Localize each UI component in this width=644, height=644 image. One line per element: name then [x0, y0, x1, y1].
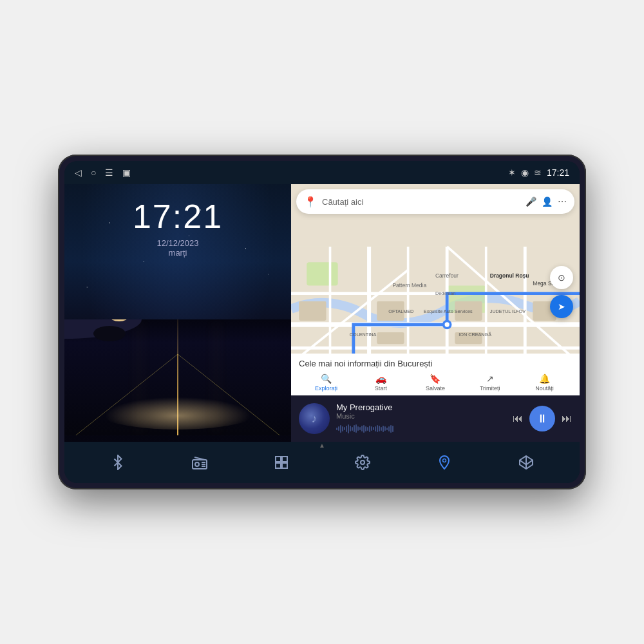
pause-icon: ⏸ — [536, 412, 548, 426]
left-panel: 17:21 12/12/2023 marți — [64, 184, 291, 442]
waveform-bar — [365, 426, 366, 431]
music-subtitle: Music — [336, 412, 506, 420]
car-tunnel — [64, 319, 291, 435]
wifi-status-icon: ≋ — [534, 167, 542, 178]
svg-point-55 — [442, 459, 446, 462]
waveform-bar — [383, 426, 384, 432]
saved-label: Salvate — [426, 385, 445, 392]
nav-settings[interactable] — [355, 455, 370, 470]
waveform-bar — [388, 426, 390, 431]
svg-text:Dragonul Roșu: Dragonul Roșu — [490, 272, 529, 279]
status-right: ✶ ◉ ≋ 17:21 — [508, 167, 569, 178]
status-bar: ◁ ○ ☰ ▣ ✶ ◉ ≋ 17:21 — [64, 161, 580, 184]
music-player: ♪ My Prerogative Music ⏮ ⏸ ⏭ — [291, 395, 580, 442]
menu-icon[interactable]: ☰ — [105, 167, 113, 178]
music-note-icon: ♪ — [312, 412, 317, 426]
svg-text:Carrefour: Carrefour — [435, 272, 459, 279]
cube-icon — [518, 455, 534, 470]
waveform-bar — [340, 425, 341, 433]
nav-maps[interactable] — [437, 455, 452, 470]
map-tab-news[interactable]: 🔔 Noutăți — [517, 372, 572, 393]
waveform-bar — [344, 427, 345, 430]
status-time: 17:21 — [547, 167, 569, 178]
svg-rect-51 — [282, 457, 287, 462]
waveform-bar — [348, 424, 349, 433]
map-tab-explore[interactable]: 🔍 Explorați — [299, 372, 354, 393]
svg-text:ION CREANGĂ: ION CREANGĂ — [459, 332, 491, 337]
svg-point-4 — [87, 383, 269, 430]
nav-3d-box[interactable] — [518, 455, 534, 470]
right-panel: 📍 Căutați aici 🎤 👤 ⋯ — [291, 184, 580, 442]
svg-point-43 — [445, 322, 450, 327]
music-controls: ⏮ ⏸ ⏭ — [513, 406, 572, 431]
waveform-bar — [346, 426, 347, 432]
car-area — [64, 258, 291, 442]
waveform-bar — [350, 426, 351, 431]
svg-text:Exquisite Auto Services: Exquisite Auto Services — [424, 308, 473, 314]
nav-grid[interactable] — [274, 455, 289, 470]
svg-rect-24 — [299, 301, 326, 321]
waveform-bar — [359, 427, 361, 430]
svg-rect-27 — [377, 332, 404, 344]
waveform-bar — [369, 426, 370, 432]
svg-rect-52 — [276, 463, 281, 468]
waveform-bar — [377, 425, 378, 432]
google-maps-icon: 📍 — [304, 196, 317, 208]
map-tab-start[interactable]: 🚗 Start — [354, 372, 408, 393]
nav-bluetooth[interactable] — [110, 455, 126, 470]
map-tab-send[interactable]: ↗ Trimiteți — [462, 372, 517, 393]
back-icon[interactable]: ◁ — [75, 167, 82, 178]
device: ◁ ○ ☰ ▣ ✶ ◉ ≋ 17:21 17:21 12/12/2023 mar… — [58, 155, 586, 489]
location-status-icon: ◉ — [521, 167, 529, 178]
status-left: ◁ ○ ☰ ▣ — [75, 167, 131, 178]
map-search-actions: 🎤 👤 ⋯ — [526, 196, 567, 207]
album-art[interactable]: ♪ — [299, 403, 330, 434]
waveform-bar — [373, 427, 374, 430]
bottom-nav: ▲ — [64, 442, 580, 483]
waveform-bar — [336, 428, 337, 430]
explore-label: Explorați — [315, 385, 337, 392]
waveform-bar — [367, 427, 368, 431]
waveform-bar — [384, 426, 386, 431]
waveform-bar — [361, 426, 363, 431]
play-pause-button[interactable]: ⏸ — [529, 406, 555, 431]
start-label: Start — [375, 385, 387, 392]
send-label: Trimiteți — [480, 385, 500, 392]
clock-day: marți — [169, 248, 187, 258]
waveform-bar — [379, 426, 380, 431]
bluetooth-icon — [110, 455, 126, 470]
map-area[interactable]: 📍 Căutați aici 🎤 👤 ⋯ — [291, 184, 580, 395]
start-icon: 🚗 — [375, 374, 386, 384]
waveform-bar — [357, 426, 359, 431]
waveform-bar — [338, 426, 339, 431]
more-icon[interactable]: ⋯ — [558, 196, 567, 207]
navigate-icon: ➤ — [558, 301, 565, 312]
waveform-bar — [386, 428, 388, 430]
waveform-bar — [355, 424, 357, 433]
news-label: Noutăți — [535, 385, 554, 392]
svg-text:COLENTINA: COLENTINA — [350, 332, 377, 337]
search-placeholder[interactable]: Căutați aici — [322, 197, 520, 207]
music-info: My Prerogative Music — [336, 402, 506, 435]
screenshot-icon[interactable]: ▣ — [122, 167, 131, 178]
saved-icon: 🔖 — [430, 374, 440, 384]
svg-point-45 — [195, 462, 199, 466]
svg-text:OFTALMED: OFTALMED — [388, 308, 413, 314]
next-button[interactable]: ⏭ — [562, 413, 572, 424]
account-icon[interactable]: 👤 — [542, 196, 553, 207]
waveform-bar — [381, 427, 382, 431]
clock-date: 12/12/2023 — [156, 238, 198, 248]
waveform-bar — [342, 426, 343, 431]
map-info-title: Cele mai noi informații din București — [299, 359, 572, 368]
grid-icon — [274, 455, 289, 470]
clock-time: 17:21 — [133, 197, 223, 236]
map-navigate-button[interactable]: ➤ — [550, 295, 573, 318]
home-icon[interactable]: ○ — [91, 167, 96, 178]
prev-button[interactable]: ⏮ — [513, 413, 523, 424]
svg-rect-11 — [307, 262, 337, 285]
mic-icon[interactable]: 🎤 — [526, 196, 536, 207]
nav-radio[interactable] — [192, 455, 207, 470]
map-search-bar[interactable]: 📍 Căutați aici 🎤 👤 ⋯ — [296, 189, 574, 214]
map-tab-saved[interactable]: 🔖 Salvate — [408, 372, 463, 393]
map-layers-button[interactable]: ⊙ — [550, 266, 573, 289]
